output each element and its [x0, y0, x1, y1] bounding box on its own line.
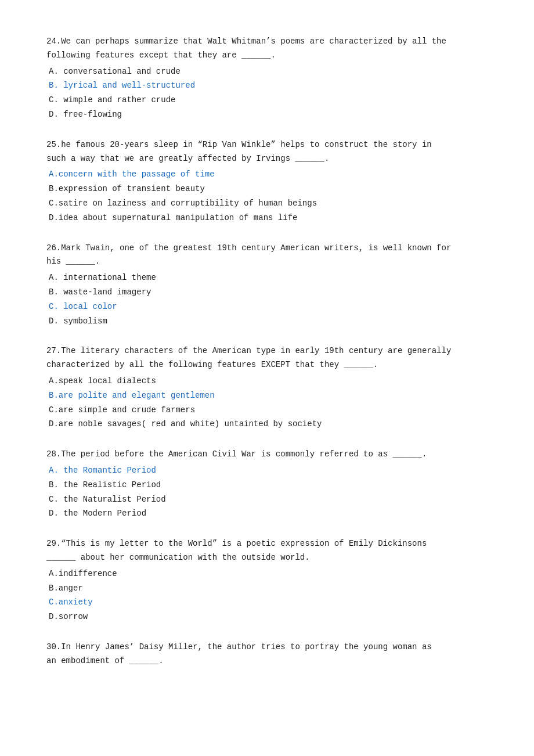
option-24-c: C. wimple and rather crude	[49, 93, 488, 107]
question-text-29: 29.“This is my letter to the World” is a…	[46, 537, 488, 565]
option-25-d: D.idea about supernatural manipulation o…	[49, 211, 488, 225]
option-29-c: C.anxiety	[49, 596, 488, 610]
question-block-30: 30.In Henry James’ Daisy Miller, the aut…	[46, 640, 488, 668]
option-25-a: A.concern with the passage of time	[49, 168, 488, 182]
question-block-29: 29.“This is my letter to the World” is a…	[46, 537, 488, 624]
question-text-25: 25.he famous 20-years sleep in “Rip Van …	[46, 138, 488, 166]
option-27-c: C.are simple and crude farmers	[49, 404, 488, 417]
option-26-b: B. waste-land imagery	[49, 286, 488, 300]
option-28-d: D. the Modern Period	[49, 507, 488, 521]
option-25-b: B.expression of transient beauty	[49, 182, 488, 196]
option-24-a: A. conversational and crude	[49, 65, 488, 79]
option-24-b: B. lyrical and well-structured	[49, 79, 488, 93]
question-text-28: 28.The period before the American Civil …	[46, 448, 488, 462]
option-26-d: D. symbolism	[49, 315, 488, 329]
option-26-a: A. international theme	[49, 271, 488, 285]
option-27-a: A.speak local dialects	[49, 375, 488, 388]
question-block-27: 27.The literary characters of the Americ…	[46, 344, 488, 431]
questions-container: 24.We can perhaps summarize that Walt Wh…	[46, 35, 488, 668]
option-28-c: C. the Naturalist Period	[49, 493, 488, 507]
question-block-25: 25.he famous 20-years sleep in “Rip Van …	[46, 138, 488, 225]
question-block-26: 26.Mark Twain, one of the greatest 19th …	[46, 242, 488, 329]
option-28-a: A. the Romantic Period	[49, 464, 488, 478]
question-text-27: 27.The literary characters of the Americ…	[46, 344, 488, 372]
option-29-d: D.sorrow	[49, 610, 488, 624]
option-25-c: C.satire on laziness and corruptibility …	[49, 197, 488, 211]
option-24-d: D. free-flowing	[49, 108, 488, 122]
option-26-c: C. local color	[49, 300, 488, 314]
question-text-30: 30.In Henry James’ Daisy Miller, the aut…	[46, 640, 488, 668]
option-29-a: A.indifference	[49, 567, 488, 581]
question-text-26: 26.Mark Twain, one of the greatest 19th …	[46, 242, 488, 269]
option-27-d: D.are noble savages( red and white) unta…	[49, 417, 488, 431]
question-text-24: 24.We can perhaps summarize that Walt Wh…	[46, 35, 488, 63]
question-block-28: 28.The period before the American Civil …	[46, 448, 488, 521]
option-29-b: B.anger	[49, 582, 488, 596]
question-block-24: 24.We can perhaps summarize that Walt Wh…	[46, 35, 488, 122]
option-27-b: B.are polite and elegant gentlemen	[49, 389, 488, 403]
option-28-b: B. the Realistic Period	[49, 478, 488, 492]
